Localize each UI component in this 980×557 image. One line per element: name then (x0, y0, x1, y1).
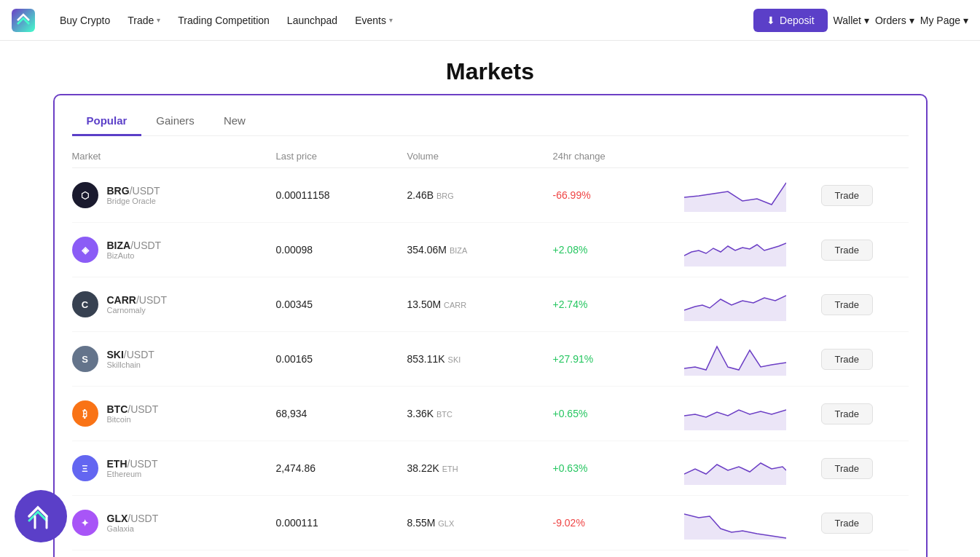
coin-info: S SKI/USDT Skillchain (72, 346, 276, 372)
coin-names: GLX/USDT Galaxia (107, 513, 159, 533)
table-row: C CARR/USDT Carnomaly 0.00345 13.50M CAR… (72, 277, 909, 332)
coin-pair: GLX/USDT (107, 513, 159, 524)
trade-cell: Trade (821, 458, 909, 479)
last-price: 0.00345 (276, 299, 407, 310)
table-header: Market Last price Volume 24hr change (72, 145, 909, 168)
markets-container: Popular Gainers New Market Last price Vo… (53, 94, 928, 557)
coin-names: CARR/USDT Carnomaly (107, 294, 167, 315)
coin-info: Ξ ETH/USDT Ethereum (72, 455, 276, 481)
volume: 8.55M GLX (407, 517, 553, 529)
volume: 38.22K ETH (407, 462, 553, 474)
trade-button-ski[interactable]: Trade (821, 349, 873, 370)
nav-menu: Buy Crypto Trade ▾ Trading Competition L… (52, 10, 736, 31)
change: -9.02% (553, 517, 684, 529)
tab-new[interactable]: New (209, 107, 260, 136)
mini-chart-glx (684, 503, 821, 542)
tab-gainers[interactable]: Gainers (141, 107, 209, 136)
deposit-icon: ⬇ (767, 15, 775, 26)
last-price: 0.00011158 (276, 189, 407, 201)
coin-icon-eth: Ξ (72, 455, 98, 481)
page-title: Markets (0, 58, 980, 85)
volume-unit: BIZA (450, 246, 467, 255)
logo[interactable] (12, 9, 35, 32)
deposit-label: Deposit (780, 15, 814, 26)
coin-icon-biza: ◈ (72, 237, 98, 263)
change: -66.99% (553, 189, 684, 201)
col-last-price: Last price (276, 151, 407, 162)
coin-icon-glx: ✦ (72, 510, 98, 536)
tabs: Popular Gainers New (72, 107, 909, 136)
col-market: Market (72, 151, 276, 162)
logo-icon (12, 9, 35, 32)
volume: 2.46B BRG (407, 189, 553, 201)
trade-button-btc[interactable]: Trade (821, 403, 873, 424)
coin-pair: BIZA/USDT (107, 240, 162, 251)
nav-my-page[interactable]: My Page ▾ (920, 15, 968, 26)
change: +27.91% (553, 353, 684, 365)
nav-orders[interactable]: Orders ▾ (875, 15, 914, 26)
navbar: Buy Crypto Trade ▾ Trading Competition L… (0, 0, 980, 41)
table-row: ✦ GLX/USDT Galaxia 0.000111 8.55M GLX -9… (72, 496, 909, 550)
nav-right: ⬇ Deposit Wallet ▾ Orders ▾ My Page ▾ (753, 9, 968, 32)
trade-chevron-icon: ▾ (157, 16, 160, 24)
change: +2.74% (553, 299, 684, 310)
coin-pair: ETH/USDT (107, 458, 158, 470)
coin-name: BizAuto (107, 251, 162, 260)
last-price: 0.00165 (276, 353, 407, 365)
coin-icon-brg: ⬡ (72, 182, 98, 208)
trade-button-glx[interactable]: Trade (821, 513, 873, 534)
nav-buy-crypto[interactable]: Buy Crypto (52, 10, 117, 31)
tab-popular[interactable]: Popular (72, 107, 142, 136)
orders-chevron-icon: ▾ (909, 15, 914, 26)
last-price: 68,934 (276, 408, 407, 419)
mini-chart-brg (684, 175, 821, 215)
trade-button-biza[interactable]: Trade (821, 240, 873, 261)
svg-marker-4 (684, 410, 786, 430)
trade-cell: Trade (821, 294, 909, 315)
volume-unit: BRG (436, 191, 454, 200)
coin-info: ✦ GLX/USDT Galaxia (72, 510, 276, 536)
nav-wallet[interactable]: Wallet ▾ (834, 15, 869, 26)
svg-marker-5 (684, 463, 786, 485)
svg-marker-3 (684, 347, 786, 376)
coin-names: ETH/USDT Ethereum (107, 458, 158, 478)
mini-chart-btc (684, 394, 821, 433)
wallet-chevron-icon: ▾ (864, 15, 869, 26)
change: +0.63% (553, 462, 684, 474)
nav-events[interactable]: Events ▾ (348, 10, 400, 31)
coin-name: Skillchain (107, 360, 154, 369)
deposit-button[interactable]: ⬇ Deposit (753, 9, 827, 32)
nav-launchpad[interactable]: Launchpad (280, 10, 345, 31)
last-price: 2,474.86 (276, 462, 407, 474)
nav-trading-competition[interactable]: Trading Competition (170, 10, 277, 31)
coin-names: BIZA/USDT BizAuto (107, 240, 162, 260)
table-row: ⬡ BRG/USDT Bridge Oracle 0.00011158 2.46… (72, 168, 909, 223)
table-row: ◈ BIZA/USDT BizAuto 0.00098 354.06M BIZA… (72, 223, 909, 277)
trade-cell: Trade (821, 240, 909, 261)
table-row: Ξ ETH/USDT Ethereum 2,474.86 38.22K ETH … (72, 441, 909, 496)
bottom-logo[interactable] (15, 490, 67, 542)
page-title-section: Markets (0, 41, 980, 94)
mini-chart-carr (684, 285, 821, 324)
coin-icon-ski: S (72, 346, 98, 372)
trade-button-eth[interactable]: Trade (821, 458, 873, 479)
market-table: Market Last price Volume 24hr change ⬡ B… (72, 145, 909, 557)
trade-cell: Trade (821, 185, 909, 206)
col-change: 24hr change (553, 151, 684, 162)
my-page-chevron-icon: ▾ (963, 15, 968, 26)
coin-name: Carnomaly (107, 306, 167, 315)
volume-unit: CARR (444, 301, 466, 309)
coin-pair: BTC/USDT (107, 403, 159, 415)
trade-button-brg[interactable]: Trade (821, 185, 873, 206)
volume: 853.11K SKI (407, 353, 553, 365)
mini-chart-biza (684, 230, 821, 269)
coin-pair: BRG/USDT (107, 185, 160, 197)
coin-name: Bridge Oracle (107, 197, 160, 205)
trade-button-carr[interactable]: Trade (821, 294, 873, 315)
coin-icon-carr: C (72, 291, 98, 317)
coin-names: BTC/USDT Bitcoin (107, 403, 159, 424)
volume-unit: SKI (448, 355, 461, 364)
mini-chart-eth (684, 449, 821, 488)
coin-names: BRG/USDT Bridge Oracle (107, 185, 160, 205)
nav-trade[interactable]: Trade ▾ (120, 10, 168, 31)
